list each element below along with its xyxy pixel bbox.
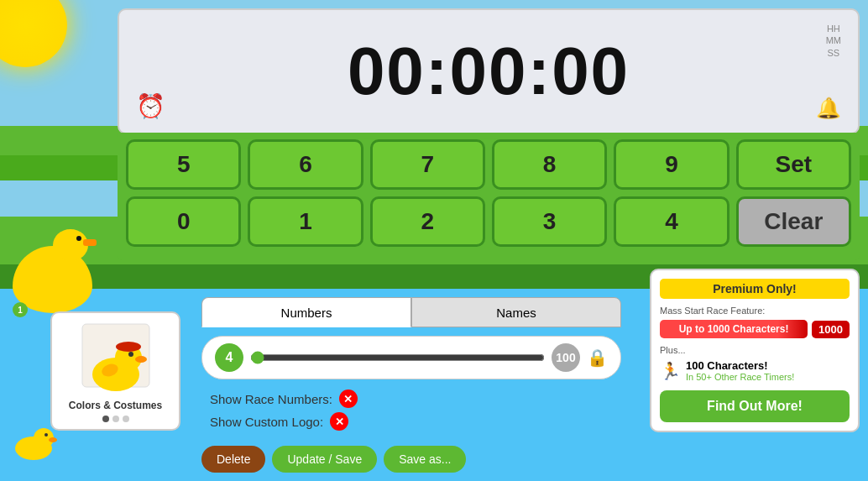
duck-large: 1 xyxy=(13,246,92,313)
numpad-btn-6[interactable]: 6 xyxy=(248,139,363,190)
numpad-row-1: 5 6 7 8 9 Set xyxy=(126,139,851,190)
custom-logo-toggle[interactable]: ✕ xyxy=(330,412,348,431)
tabs-row: Numbers Names xyxy=(201,297,621,327)
feature-text-group: 100 Characters! In 50+ Other Race Timers… xyxy=(686,359,794,382)
card-dots xyxy=(59,416,172,422)
tab-names[interactable]: Names xyxy=(411,297,621,327)
numpad-btn-clear[interactable]: Clear xyxy=(736,196,851,247)
duck-eye xyxy=(76,236,81,241)
time-format-label: HH MM SS xyxy=(826,23,841,59)
chars-feature: 🏃 100 Characters! In 50+ Other Race Time… xyxy=(660,359,850,382)
chars-bar-track: Up to 1000 Characters! xyxy=(660,320,808,338)
costumes-card[interactable]: Colors & Costumes xyxy=(50,311,180,431)
svg-point-10 xyxy=(49,437,57,442)
premium-panel: Premium Only! Mass Start Race Feature: U… xyxy=(650,269,860,432)
duck-beak xyxy=(83,239,97,246)
slider-max-value: 100 xyxy=(552,343,580,372)
update-save-button[interactable]: Update / Save xyxy=(272,446,377,473)
slider-input[interactable] xyxy=(250,351,545,364)
option-race-numbers: Show Race Numbers: ✕ xyxy=(210,390,621,408)
numpad-btn-1[interactable]: 1 xyxy=(248,196,363,247)
delete-button[interactable]: Delete xyxy=(201,446,265,473)
numpad-row-2: 0 1 2 3 4 Clear xyxy=(126,196,851,247)
timer-panel: HH MM SS 00:00:00 ⏰ 🔔 xyxy=(118,8,860,134)
lock-icon: 🔒 xyxy=(587,348,608,368)
duck-head xyxy=(53,229,88,261)
duck-body: 1 xyxy=(13,246,92,313)
feature-sub-text: In 50+ Other Race Timers! xyxy=(686,372,794,382)
duck-badge: 1 xyxy=(13,302,28,317)
svg-point-11 xyxy=(44,433,48,437)
numpad-btn-2[interactable]: 2 xyxy=(370,196,485,247)
options-row: Show Race Numbers: ✕ Show Custom Logo: ✕ xyxy=(201,390,621,431)
race-numbers-toggle[interactable]: ✕ xyxy=(339,390,358,408)
slider-panel: Numbers Names 4 100 🔒 Show Race Numbers:… xyxy=(201,297,621,431)
numpad-btn-7[interactable]: 7 xyxy=(370,139,485,190)
chars-bar: Up to 1000 Characters! 1000 xyxy=(660,320,850,338)
mass-start-label: Mass Start Race Feature: xyxy=(660,306,850,316)
svg-rect-6 xyxy=(120,343,137,350)
slider-row: 4 100 🔒 xyxy=(201,336,621,379)
option-custom-logo: Show Custom Logo: ✕ xyxy=(210,412,621,431)
find-out-more-button[interactable]: Find Out More! xyxy=(660,390,850,422)
svg-point-4 xyxy=(128,352,133,357)
bell-icon: 🔔 xyxy=(816,97,841,120)
feature-chars-text: 100 Characters! xyxy=(686,359,794,372)
dot-3[interactable] xyxy=(123,416,129,422)
numpad-btn-0[interactable]: 0 xyxy=(126,196,241,247)
chars-value: 1000 xyxy=(812,321,850,338)
numpad-btn-9[interactable]: 9 xyxy=(614,139,729,190)
numpad-btn-set[interactable]: Set xyxy=(736,139,851,190)
numpad-btn-3[interactable]: 3 xyxy=(492,196,607,247)
alarm-icon: ⏰ xyxy=(136,92,165,120)
timer-display: 00:00:00 xyxy=(348,33,630,110)
numpad-btn-8[interactable]: 8 xyxy=(492,139,607,190)
numpad-area: 5 6 7 8 9 Set 0 1 2 3 4 Clear xyxy=(118,133,860,260)
tab-numbers[interactable]: Numbers xyxy=(201,297,411,327)
show-custom-logo-label: Show Custom Logo: xyxy=(210,415,323,429)
numpad-btn-4[interactable]: 4 xyxy=(614,196,729,247)
save-as-button[interactable]: Save as... xyxy=(384,446,466,473)
numpad-btn-5[interactable]: 5 xyxy=(126,139,241,190)
dot-1[interactable] xyxy=(102,416,109,422)
bottom-buttons: Delete Update / Save Save as... xyxy=(201,446,466,473)
slider-min-value: 4 xyxy=(215,343,243,372)
costumes-label: Colors & Costumes xyxy=(59,400,172,411)
run-icon: 🏃 xyxy=(660,361,681,381)
svg-point-3 xyxy=(135,356,147,363)
dot-2[interactable] xyxy=(112,416,119,422)
costume-duck-image xyxy=(78,320,154,395)
plus-label: Plus... xyxy=(660,345,850,355)
show-race-numbers-label: Show Race Numbers: xyxy=(210,392,332,406)
premium-title: Premium Only! xyxy=(660,279,850,299)
